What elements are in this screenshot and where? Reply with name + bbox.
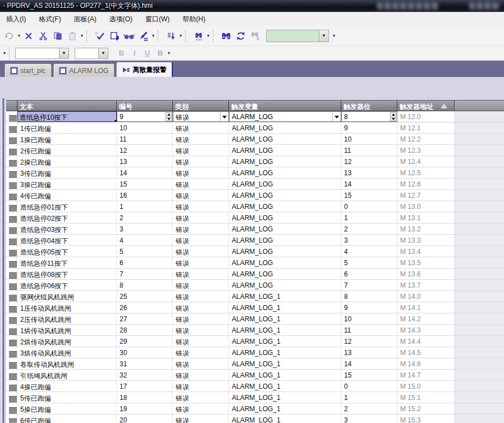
alarm-number-cell[interactable]: 17 <box>117 381 173 392</box>
table-row[interactable]: 造纸急停06按下 8 错误 ALARM_LOG 7 M 13.7 <box>6 280 504 291</box>
header-trigger-bit[interactable]: 触发器位 <box>341 100 397 111</box>
row-selector[interactable] <box>6 403 17 414</box>
trigger-bit-cell[interactable]: 9 <box>341 122 397 133</box>
alarm-text-cell[interactable]: 2烘传动风机跳闸 <box>17 336 117 347</box>
alarm-number-cell[interactable]: 12 <box>117 145 173 156</box>
alarm-text-cell[interactable]: 造纸急停02按下 <box>17 212 117 223</box>
trigger-tag-cell[interactable]: ALARM_LOG <box>229 224 341 234</box>
alarm-text-cell[interactable]: 3传已跑偏 <box>17 167 117 178</box>
alarm-class-cell[interactable]: 错误 <box>173 235 229 245</box>
alarm-text-cell[interactable]: 1压传动风机跳闸 <box>17 302 117 313</box>
table-row[interactable]: 2压传动风机跳闸 27 错误 ALARM_LOG_1 10 M 14.2 <box>6 313 504 325</box>
alarm-class-cell[interactable]: 错误 <box>173 358 229 369</box>
alarm-class-cell[interactable]: 错误 <box>173 246 229 257</box>
row-selector[interactable] <box>6 291 17 302</box>
alarm-text-cell[interactable]: 1传已跑偏 <box>17 122 117 133</box>
table-row[interactable]: 2烘传动风机跳闸 29 错误 ALARM_LOG_1 12 M 14.4 <box>6 336 504 347</box>
trigger-bit-cell[interactable]: 12 <box>341 336 397 347</box>
alarm-number-cell[interactable]: 20 <box>117 415 173 423</box>
trigger-tag-cell[interactable]: ALARM_LOG <box>229 145 341 156</box>
sort-order-icon[interactable] <box>164 29 178 43</box>
trigger-tag-cell[interactable]: ALARM_LOG_1 <box>229 392 341 403</box>
trigger-tag-cell[interactable]: ALARM_LOG <box>229 122 341 133</box>
check-consistency-icon[interactable]: ? <box>93 29 107 43</box>
find-tag-dropdown-icon[interactable]: ▾ <box>206 33 210 38</box>
preview-glasses-icon[interactable] <box>122 29 136 43</box>
row-selector[interactable] <box>6 212 17 223</box>
trigger-bit-cell[interactable]: 8 <box>341 291 397 302</box>
font-size-dropdown-icon[interactable]: ▼ <box>98 48 108 58</box>
alarm-class-cell[interactable]: 错误 <box>173 325 229 335</box>
table-row[interactable]: 造纸急停04按下 4 错误 ALARM_LOG 3 M 13.3 <box>6 235 504 246</box>
alarm-number-cell[interactable]: 5 <box>117 246 173 257</box>
table-row[interactable]: 造纸急停03按下 3 错误 ALARM_LOG 2 M 13.2 <box>6 224 504 235</box>
alarm-class-cell[interactable]: 错误 <box>173 381 229 392</box>
row-selector[interactable] <box>6 145 17 156</box>
row-selector[interactable] <box>6 336 17 347</box>
header-row-selector[interactable] <box>6 100 17 111</box>
table-row[interactable]: 3烘传动风机跳闸 30 错误 ALARM_LOG_1 13 M 14.5 <box>6 347 504 358</box>
alarm-number-cell[interactable]: 19 <box>117 403 173 414</box>
alarm-text-cell[interactable]: 造纸急停05按下 <box>17 246 117 257</box>
bold-button[interactable]: B <box>115 48 128 59</box>
alarm-class-cell[interactable]: 错误 <box>173 156 229 167</box>
row-selector[interactable] <box>6 415 17 423</box>
alarm-text-cell[interactable]: 6传已跑偏 <box>17 415 117 423</box>
alarm-class-cell[interactable]: 错误 <box>173 224 229 234</box>
table-row[interactable]: 造纸急停05按下 5 错误 ALARM_LOG 4 M 13.4 <box>6 246 504 257</box>
transfer-icon[interactable] <box>136 29 151 43</box>
table-row[interactable]: 5传已跑偏 18 错误 ALARM_LOG_1 1 M 15.1 <box>6 392 504 403</box>
format-overflow-icon[interactable]: ▾ <box>2 51 7 56</box>
row-selector[interactable] <box>6 134 17 144</box>
row-selector[interactable] <box>6 224 17 234</box>
alarm-class-cell[interactable]: 错误 <box>173 257 229 268</box>
trigger-tag-cell[interactable]: ALARM_LOG_1 <box>229 358 341 369</box>
trigger-tag-cell[interactable]: ALARM_LOG_1 <box>229 370 341 380</box>
alarm-text-cell[interactable]: 造纸急停01按下 <box>17 201 117 212</box>
row-selector[interactable] <box>6 313 17 324</box>
alarm-text-cell[interactable]: 1操已跑偏 <box>17 134 117 144</box>
alarm-class-cell[interactable]: 错误 <box>173 302 229 313</box>
menu-window[interactable]: 窗口(W) <box>140 13 175 26</box>
delete-x-icon[interactable] <box>21 29 36 43</box>
alarm-number-cell[interactable]: 16 <box>117 190 173 201</box>
undo-dropdown-icon[interactable]: ▾ <box>17 33 21 38</box>
trigger-tag-cell[interactable]: ALARM_LOG_1 <box>229 336 341 347</box>
trigger-tag-cell[interactable]: ALARM_LOG <box>229 134 341 144</box>
alarm-number-cell[interactable]: 11 <box>117 134 173 144</box>
alarm-text-cell[interactable]: 造纸急停06按下 <box>17 280 117 290</box>
alarm-text-cell[interactable]: 1烘传动风机跳闸 <box>17 325 117 335</box>
alarm-text-cell[interactable]: 造纸急停04按下 <box>17 235 117 245</box>
title-bar[interactable]: - PPDRV_AS 20151125 - OP277_1(中文字体).hmi <box>0 0 504 12</box>
menu-help[interactable]: 帮助(H) <box>177 13 210 26</box>
table-row-selected[interactable]: 造纸急停10按下 9 错误 ALARM_LOG <box>6 111 504 122</box>
tab-alarm-log[interactable]: ALARM LOG <box>53 63 114 77</box>
alarm-text-cell[interactable]: 5传已跑偏 <box>17 392 117 403</box>
transfer-dropdown-icon[interactable]: ▾ <box>151 33 155 38</box>
alarm-number-cell[interactable]: 14 <box>117 167 173 178</box>
alarm-number-cell[interactable]: 4 <box>117 235 173 245</box>
trigger-tag-cell[interactable]: ALARM_LOG_1 <box>229 291 341 302</box>
table-row[interactable]: 6传已跑偏 20 错误 ALARM_LOG_1 3 M 15.3 <box>6 415 504 423</box>
font-name-dropdown-icon[interactable]: ▼ <box>59 48 68 58</box>
alarm-class-cell[interactable]: 错误 <box>173 392 229 403</box>
table-row[interactable]: 2传已跑偏 12 错误 ALARM_LOG 11 M 12.3 <box>6 145 504 156</box>
cut-icon[interactable] <box>36 29 51 43</box>
trigger-tag-cell[interactable]: ALARM_LOG <box>229 269 341 279</box>
trigger-tag-cell[interactable]: ALARM_LOG <box>229 212 341 223</box>
trigger-tag-cell[interactable]: ALARM_LOG <box>229 280 341 290</box>
trigger-tag-cell[interactable]: ALARM_LOG <box>229 235 341 245</box>
alarm-number-cell[interactable]: 29 <box>117 336 173 347</box>
header-trigger-address[interactable]: 触发器地址 <box>397 100 455 111</box>
trigger-bit-editor[interactable]: 8 <box>341 111 397 122</box>
header-text[interactable]: 文本 <box>17 100 117 111</box>
alarm-number-cell[interactable]: 2 <box>117 212 173 223</box>
table-row[interactable]: 驱网伏辊风机跳闸 25 错误 ALARM_LOG_1 8 M 14.0 <box>6 291 504 302</box>
trigger-tag-cell[interactable]: ALARM_LOG_1 <box>229 325 341 335</box>
find-binoculars-icon[interactable] <box>219 29 233 43</box>
header-class[interactable]: 类别 <box>173 100 229 111</box>
trigger-tag-cell[interactable]: ALARM_LOG_1 <box>229 302 341 313</box>
alarm-number-cell[interactable]: 27 <box>117 313 173 324</box>
row-selector[interactable] <box>6 370 17 380</box>
row-selector[interactable] <box>6 280 17 290</box>
